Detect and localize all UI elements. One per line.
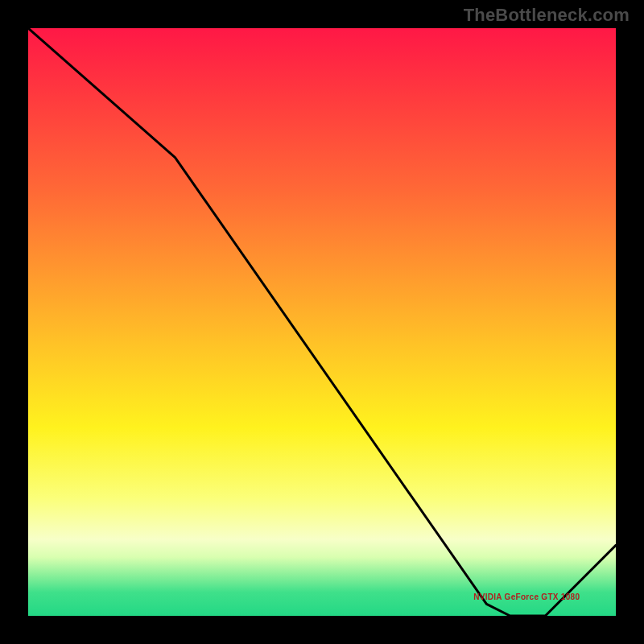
annotation-gpu-label: NVIDIA GeForce GTX 1080 [473, 592, 580, 601]
line-chart [28, 28, 616, 616]
plot-area: NVIDIA GeForce GTX 1080 [28, 28, 616, 616]
bottleneck-curve [28, 28, 616, 616]
chart-frame: TheBottleneck.com NVIDIA GeForce GTX 108… [0, 0, 644, 644]
watermark-text: TheBottleneck.com [464, 5, 630, 26]
